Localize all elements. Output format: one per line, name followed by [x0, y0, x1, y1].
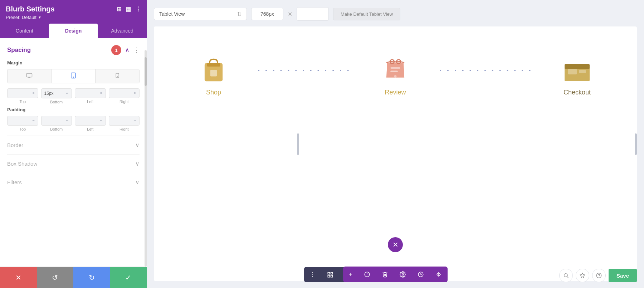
svg-rect-0	[27, 73, 32, 77]
padding-left-input[interactable]: ⚭	[75, 116, 106, 126]
padding-right-input[interactable]: ⚭	[109, 116, 140, 126]
btl-grid-btn[interactable]	[321, 267, 339, 282]
bct-power-btn[interactable]	[358, 267, 376, 282]
blurb-item-checkout: Checkout	[559, 55, 595, 96]
view-select[interactable]: Tablet View ⇅	[154, 8, 247, 20]
spacing-header-right: 1 ∧ ⋮	[111, 45, 140, 55]
bottom-right-icons: Save	[559, 269, 637, 282]
left-panel: Blurb Settings ⊞ ▦ ⋮ Preset: Default ▼ C…	[0, 0, 147, 288]
margin-right-input[interactable]: ⚭	[109, 88, 140, 98]
filters-header[interactable]: Filters ∨	[7, 179, 140, 186]
padding-bottom-group: ⚭ Bottom	[41, 116, 72, 131]
redo-button[interactable]: ↻	[73, 267, 110, 288]
bct-delete-btn[interactable]	[376, 267, 394, 282]
confirm-button[interactable]: ✓	[110, 267, 147, 288]
border-chevron-icon: ∨	[135, 142, 140, 148]
panel-footer: ✕ ↺ ↻ ✓	[0, 267, 147, 288]
spacing-collapse-btn[interactable]: ∧	[125, 46, 130, 54]
padding-top-group: ⚭ Top	[7, 116, 38, 131]
expand-icon[interactable]: ⊞	[117, 6, 121, 13]
bct-settings-btn[interactable]	[394, 267, 412, 282]
dots-2: • • • • • • • • • • • • •	[440, 68, 533, 73]
box-shadow-header[interactable]: Box Shadow ∨	[7, 160, 140, 167]
svg-point-4	[73, 77, 74, 78]
spacing-more-btn[interactable]: ⋮	[133, 46, 140, 54]
bct-resize-btn[interactable]	[430, 267, 448, 282]
undo-button[interactable]: ↺	[37, 267, 74, 288]
blurb-item-review: Review	[377, 55, 413, 96]
padding-top-input[interactable]: ⚭	[7, 116, 38, 126]
close-circle-button[interactable]: ✕	[388, 237, 403, 252]
margin-bottom-label: Bottom	[50, 100, 63, 104]
padding-bottom-input[interactable]: ⚭	[41, 116, 72, 126]
btl-more-btn[interactable]: ⋮	[304, 267, 321, 282]
margin-device-selector	[7, 69, 140, 83]
padding-section: Padding ⚭ Top ⚭ Bottom	[7, 107, 140, 131]
margin-top-input[interactable]: ⚭	[7, 88, 38, 98]
right-drag-handle[interactable]	[635, 133, 637, 155]
border-section: Border ∨	[7, 136, 140, 154]
panel-header-title-row: Blurb Settings ⊞ ▦ ⋮	[6, 5, 141, 13]
filters-section: Filters ∨	[7, 173, 140, 191]
padding-right-label: Right	[119, 127, 129, 131]
device-mobile[interactable]	[96, 69, 139, 83]
spacing-badge: 1	[111, 45, 121, 55]
panel-header-icons: ⊞ ▦ ⋮	[117, 6, 141, 13]
svg-point-37	[564, 274, 567, 277]
dotted-sep-2: • • • • • • • • • • • • •	[440, 68, 533, 73]
tab-advanced[interactable]: Advanced	[98, 24, 147, 38]
more-icon[interactable]: ⋮	[135, 6, 141, 13]
padding-label: Padding	[7, 107, 140, 112]
bottom-center-toolbar: +	[343, 267, 448, 282]
margin-bottom-group: 15px ⚭ Bottom	[41, 88, 72, 104]
help-circle-icon[interactable]	[592, 269, 606, 282]
save-button[interactable]: Save	[609, 269, 637, 282]
px-clear-icon[interactable]: ✕	[288, 11, 292, 18]
device-tablet[interactable]	[52, 69, 96, 83]
border-header[interactable]: Border ∨	[7, 142, 140, 148]
svg-line-38	[567, 277, 569, 278]
svg-rect-17	[568, 69, 577, 74]
left-drag-handle[interactable]	[297, 133, 299, 155]
bct-add-btn[interactable]: +	[343, 267, 358, 282]
svg-rect-22	[331, 275, 333, 277]
px-empty-input[interactable]	[297, 7, 329, 21]
sparkle-circle-icon[interactable]	[576, 269, 589, 282]
spacing-title: Spacing	[7, 47, 31, 54]
tab-content[interactable]: Content	[0, 24, 49, 38]
top-toolbar: Tablet View ⇅ ✕ Make Default Tablet View	[154, 7, 637, 21]
padding-right-group: ⚭ Right	[109, 116, 140, 131]
panel-preset[interactable]: Preset: Default ▼	[6, 15, 141, 20]
margin-top-link-icon: ⚭	[32, 91, 35, 96]
svg-rect-12	[390, 67, 400, 68]
margin-top-group: ⚭ Top	[7, 88, 38, 104]
search-circle-icon[interactable]	[559, 269, 573, 282]
padding-grid: ⚭ Top ⚭ Bottom ⚭ Left	[7, 116, 140, 131]
make-default-button[interactable]: Make Default Tablet View	[333, 8, 400, 20]
svg-marker-39	[580, 273, 585, 278]
svg-point-14	[394, 75, 397, 78]
device-desktop[interactable]	[8, 69, 52, 83]
margin-bottom-input[interactable]: 15px ⚭	[41, 88, 72, 98]
layout-icon[interactable]: ▦	[126, 6, 131, 13]
margin-label: Margin	[7, 60, 140, 65]
svg-rect-21	[328, 275, 330, 277]
padding-left-label: Left	[87, 127, 93, 131]
view-select-arrow: ⇅	[237, 11, 241, 17]
px-input[interactable]	[251, 8, 283, 20]
margin-right-group: ⚭ Right	[109, 88, 140, 104]
padding-bottom-link-icon: ⚭	[65, 118, 69, 123]
svg-point-6	[117, 77, 117, 77]
checkout-label: Checkout	[564, 89, 591, 96]
svg-rect-13	[390, 70, 398, 72]
cancel-button[interactable]: ✕	[0, 267, 37, 288]
margin-left-input[interactable]: ⚭	[75, 88, 106, 98]
panel-tabs: Content Design Advanced	[0, 24, 147, 38]
padding-top-label: Top	[19, 127, 26, 131]
bct-history-btn[interactable]	[412, 267, 430, 282]
preset-label: Preset: Default	[6, 15, 36, 20]
margin-left-link-icon: ⚭	[99, 91, 103, 96]
tab-design[interactable]: Design	[49, 24, 98, 38]
svg-rect-8	[207, 63, 220, 67]
review-label: Review	[385, 89, 406, 96]
